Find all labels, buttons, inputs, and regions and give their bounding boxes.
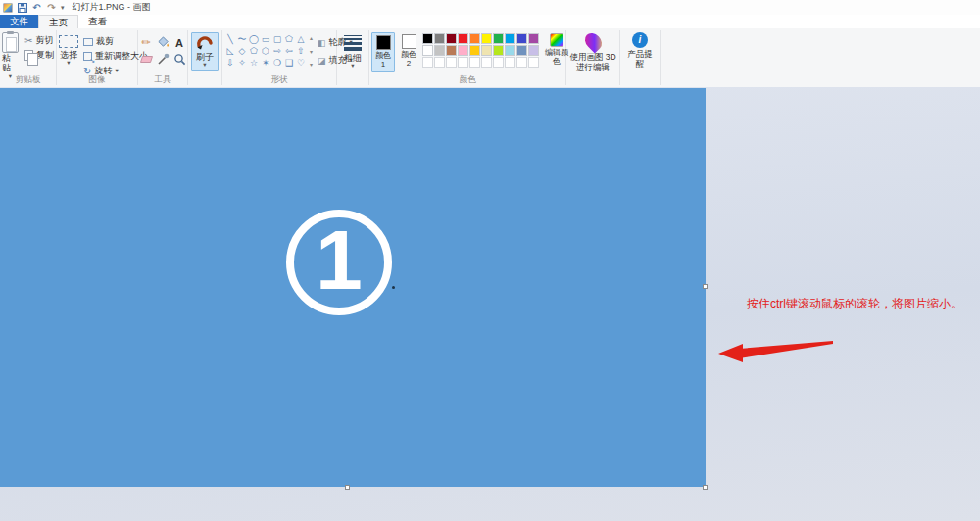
palette-empty-slot[interactable] [422,57,433,68]
undo-icon[interactable]: ↶ [31,2,42,13]
paint-canvas[interactable]: 1 [0,88,706,487]
palette-color-turquoise[interactable] [505,33,515,44]
color2-button[interactable]: 颜色 2 [398,32,419,71]
palette-color-brown[interactable] [446,45,457,56]
tab-view[interactable]: 查看 [78,15,117,28]
palette-color-gold[interactable] [469,45,480,56]
work-area: 1 按住ctrl键滚动鼠标的滚轮，将图片缩小。 [0,87,980,521]
crop-button[interactable]: 裁剪 [81,34,116,49]
cut-button[interactable]: ✂ 剪切 [23,33,55,48]
palette-color-green[interactable] [493,33,504,44]
color1-button[interactable]: 颜色 1 [371,32,395,72]
shape-left-arrow[interactable]: ⇦ [283,45,295,57]
palette-color-orange[interactable] [469,33,480,44]
palette-color-white[interactable] [422,45,433,56]
shape-diamond[interactable]: ◇ [236,45,248,57]
shapes-more-icon[interactable]: ▾ [310,61,313,68]
palette-empty-slot[interactable] [446,57,457,68]
product-alerts-label: 产品提醒 [627,49,653,69]
quick-access-dropdown-icon[interactable]: ▾ [61,4,65,12]
shape-rounded-rectangle[interactable]: ▢ [271,33,283,45]
crop-icon [83,38,93,46]
palette-color-light-turquoise[interactable] [505,45,515,56]
shape-heart[interactable]: ♡ [295,57,307,69]
shape-rect-callout[interactable]: ❑ [283,57,295,69]
copy-button[interactable]: 复制 [23,48,56,63]
palette-empty-slot[interactable] [493,57,504,68]
shape-right-triangle[interactable]: ◺ [224,45,236,57]
group-colors: 颜色 1 颜色 2 编辑颜色 颜色 [369,28,565,87]
text-tool-icon[interactable]: A [172,35,187,50]
shape-oval[interactable]: ◯ [248,33,260,45]
group-shapes: ╲〜◯▭▢⬠△◺◇⬠⬡⇨⇦⇧⇩✧☆✶❍❑♡ ▴ ▾ ▾ ◧ 轮廓 ▾ ◪ 填充 … [222,28,336,87]
shape-six-point-star[interactable]: ✶ [260,57,271,69]
rotate-caret-icon: ▾ [115,68,118,74]
resize-icon [83,52,92,61]
palette-color-light-gray[interactable] [434,45,445,56]
palette-empty-slot[interactable] [458,57,468,68]
palette-color-lavender[interactable] [528,45,539,56]
info-icon: i [632,32,648,48]
palette-color-red[interactable] [458,33,468,44]
product-alerts-button[interactable]: i 产品提醒 [627,30,653,69]
paint3d-button[interactable]: 使用画图 3D 进行编辑 [567,30,618,71]
palette-empty-slot[interactable] [516,57,527,68]
pencil-tool-icon[interactable]: ✏ [139,35,154,50]
shape-rectangle[interactable]: ▭ [260,33,271,45]
shape-up-arrow[interactable]: ⇧ [295,45,307,57]
palette-color-yellow[interactable] [481,33,492,44]
palette-color-lime[interactable] [493,45,504,56]
color1-label: 颜色 1 [373,52,393,70]
shape-curve[interactable]: 〜 [236,33,248,45]
shape-right-arrow[interactable]: ⇨ [271,45,283,57]
palette-empty-slot[interactable] [469,57,480,68]
shape-five-point-star[interactable]: ☆ [248,57,260,69]
tab-file[interactable]: 文件 [0,15,38,28]
select-caret-icon: ▾ [67,60,70,67]
shapes-grid: ╲〜◯▭▢⬠△◺◇⬠⬡⇨⇦⇧⇩✧☆✶❍❑♡ [224,33,307,69]
shape-line[interactable]: ╲ [224,33,236,45]
color-picker-tool-icon[interactable] [156,52,171,67]
palette-color-indigo[interactable] [516,33,527,44]
paste-button[interactable]: 粘贴 ▾ [2,32,19,79]
number-badge-circle: 1 [286,210,392,315]
select-button[interactable]: 选择 ▾ [59,32,78,67]
copy-icon [24,50,33,61]
palette-color-blue-gray[interactable] [516,45,527,56]
save-icon[interactable] [17,2,27,13]
shape-down-arrow[interactable]: ⇩ [224,57,236,69]
shape-oval-callout[interactable]: ❍ [271,57,283,69]
brushes-button[interactable]: 刷子 ▾ [191,32,219,71]
size-button[interactable]: 粗细 ▾ [344,30,362,70]
tab-home[interactable]: 主页 [38,15,78,28]
magnifier-tool-icon[interactable] [172,52,187,67]
shapes-scroll-up-icon[interactable]: ▴ [310,34,313,41]
shape-polygon[interactable]: ⬠ [283,33,295,45]
palette-color-rose[interactable] [458,45,468,56]
palette-color-purple[interactable] [528,33,539,44]
crop-label: 裁剪 [96,35,114,48]
canvas-resize-handle-bottom[interactable] [345,485,350,490]
paint-window: ↶ ↷ ▾ 幻灯片1.PNG - 画图 文件 主页 查看 粘贴 ▾ ✂ 剪切 [0,0,980,521]
palette-empty-slot[interactable] [434,57,445,68]
canvas-resize-handle-right[interactable] [703,284,708,289]
shapes-group-label: 形状 [222,74,336,86]
shape-hexagon[interactable]: ⬡ [260,45,271,57]
shape-pentagon[interactable]: ⬠ [248,45,260,57]
redo-icon[interactable]: ↷ [46,2,57,13]
shapes-scroll-down-icon[interactable]: ▾ [310,48,313,55]
shape-four-point-star[interactable]: ✧ [236,57,248,69]
palette-empty-slot[interactable] [528,57,539,68]
palette-color-dark-red[interactable] [446,33,457,44]
fill-tool-icon[interactable] [156,35,171,50]
canvas-resize-handle-corner[interactable] [703,485,708,490]
palette-empty-slot[interactable] [505,57,515,68]
palette-color-black[interactable] [422,33,433,44]
palette-color-light-yellow[interactable] [481,45,492,56]
palette-color-gray[interactable] [434,33,445,44]
shape-triangle[interactable]: △ [295,33,307,45]
group-clipboard: 粘贴 ▾ ✂ 剪切 复制 剪贴板 [0,28,56,87]
eraser-tool-icon[interactable] [139,52,154,67]
palette-empty-slot[interactable] [481,57,492,68]
color2-swatch [402,34,416,49]
